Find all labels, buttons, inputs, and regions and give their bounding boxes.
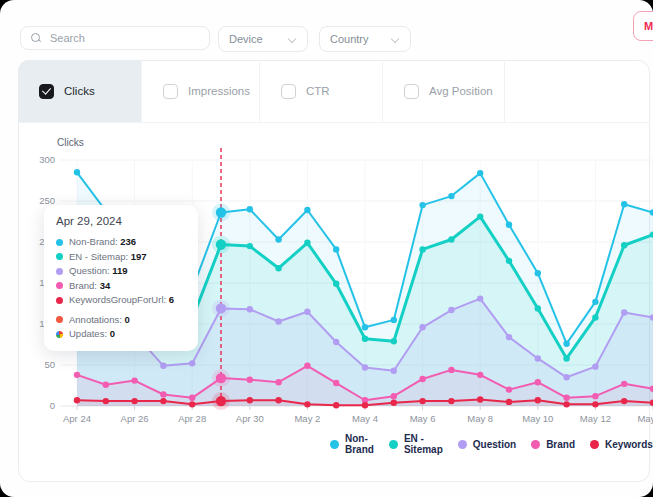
series-dot-icon (56, 316, 63, 323)
tooltip-row-text: KeywordsGroupForUrl: 6 (69, 293, 174, 308)
legend-label: Brand (546, 439, 575, 450)
legend-label: Non-Brand (345, 433, 374, 455)
tooltip-row: Updates: 0 (56, 327, 186, 342)
tooltip-series-rows: Non-Brand: 236EN - Sitemap: 197Question:… (56, 235, 186, 308)
svg-text:Apr 30: Apr 30 (236, 413, 264, 424)
svg-text:May 6: May 6 (410, 413, 436, 424)
tooltip-row-text: Non-Brand: 236 (69, 235, 136, 250)
svg-text:May 4: May 4 (352, 413, 378, 424)
tooltip-row-text: Brand: 34 (69, 279, 110, 294)
svg-text:50: 50 (44, 359, 55, 370)
series-dot-icon (56, 239, 63, 246)
legend-item[interactable]: Question (458, 439, 516, 450)
metric-tabs: Clicks Impressions CTR Avg Position (18, 60, 650, 123)
tooltip-row: Brand: 34 (56, 279, 186, 294)
svg-text:Apr 26: Apr 26 (121, 413, 149, 424)
tab-ctr[interactable]: CTR (260, 60, 383, 122)
tooltip-date: Apr 29, 2024 (56, 215, 186, 227)
checkbox-checked-icon[interactable] (39, 84, 54, 99)
more-button-label: M (644, 20, 653, 32)
tooltip-row-text: Annotations: 0 (69, 313, 130, 328)
svg-text:Apr 28: Apr 28 (178, 413, 206, 424)
country-dropdown-label: Country (330, 33, 369, 45)
tooltip-extra-rows: Annotations: 0Updates: 0 (56, 313, 186, 342)
tooltip-row-text: Question: 119 (69, 264, 128, 279)
legend-dot-icon (531, 440, 540, 449)
tooltip-row: KeywordsGroupForUrl: 6 (56, 293, 186, 308)
svg-text:300: 300 (39, 154, 55, 165)
legend-dot-icon (389, 440, 398, 449)
tabs-spacer (505, 60, 650, 122)
legend-label: Question (473, 439, 516, 450)
series-dot-icon (56, 297, 63, 304)
tooltip-row: Annotations: 0 (56, 313, 186, 328)
chart-tooltip: Apr 29, 2024 Non-Brand: 236EN - Sitemap:… (44, 205, 198, 351)
tooltip-row: Question: 119 (56, 264, 186, 279)
checkbox-unchecked-icon[interactable] (404, 84, 419, 99)
legend-label: KeywordsGroupForUrl (605, 439, 653, 450)
legend-item[interactable]: Brand (531, 439, 575, 450)
search-input[interactable] (48, 31, 199, 45)
tab-label: CTR (306, 85, 330, 97)
country-dropdown[interactable]: Country (319, 26, 411, 52)
legend-dot-icon (330, 440, 339, 449)
checkbox-unchecked-icon[interactable] (281, 84, 296, 99)
svg-text:May 12: May 12 (580, 413, 611, 424)
tab-label: Avg Position (429, 85, 493, 97)
svg-text:Apr 24: Apr 24 (63, 413, 91, 424)
svg-text:May 2: May 2 (294, 413, 320, 424)
series-dot-icon (56, 268, 63, 275)
tab-label: Clicks (64, 85, 95, 97)
legend-dot-icon (458, 440, 467, 449)
legend-label: EN - Sitemap (404, 433, 443, 455)
updates-multicolor-icon (56, 331, 63, 338)
legend-item[interactable]: Non-Brand (330, 433, 374, 455)
legend-dot-icon (590, 440, 599, 449)
svg-text:May 8: May 8 (467, 413, 493, 424)
tooltip-row: EN - Sitemap: 197 (56, 250, 186, 265)
svg-text:May 10: May 10 (522, 413, 553, 424)
tab-label: Impressions (188, 85, 250, 97)
tab-impressions[interactable]: Impressions (142, 60, 260, 122)
legend-item[interactable]: EN - Sitemap (389, 433, 443, 455)
series-dot-icon (56, 253, 63, 260)
device-dropdown-label: Device (229, 33, 263, 45)
checkbox-unchecked-icon[interactable] (163, 84, 178, 99)
chart-legend: Non-BrandEN - SitemapQuestionBrandKeywor… (330, 433, 653, 455)
svg-text:May 14: May 14 (637, 413, 653, 424)
tooltip-row-text: Updates: 0 (69, 327, 115, 342)
series-dot-icon (56, 282, 63, 289)
tab-avg-position[interactable]: Avg Position (383, 60, 505, 122)
search-icon (31, 33, 41, 43)
legend-item[interactable]: KeywordsGroupForUrl (590, 439, 653, 450)
device-dropdown[interactable]: Device (218, 26, 308, 52)
tab-clicks[interactable]: Clicks (18, 60, 142, 122)
tooltip-row-text: EN - Sitemap: 197 (69, 250, 147, 265)
more-button[interactable]: M (633, 11, 653, 41)
dashboard-screen: Device Country M Clicks Impressions CTR … (0, 0, 653, 497)
svg-text:0: 0 (50, 400, 55, 411)
chevron-down-icon (289, 35, 297, 43)
tooltip-row: Non-Brand: 236 (56, 235, 186, 250)
search-box[interactable] (20, 26, 210, 50)
chevron-down-icon (392, 35, 400, 43)
